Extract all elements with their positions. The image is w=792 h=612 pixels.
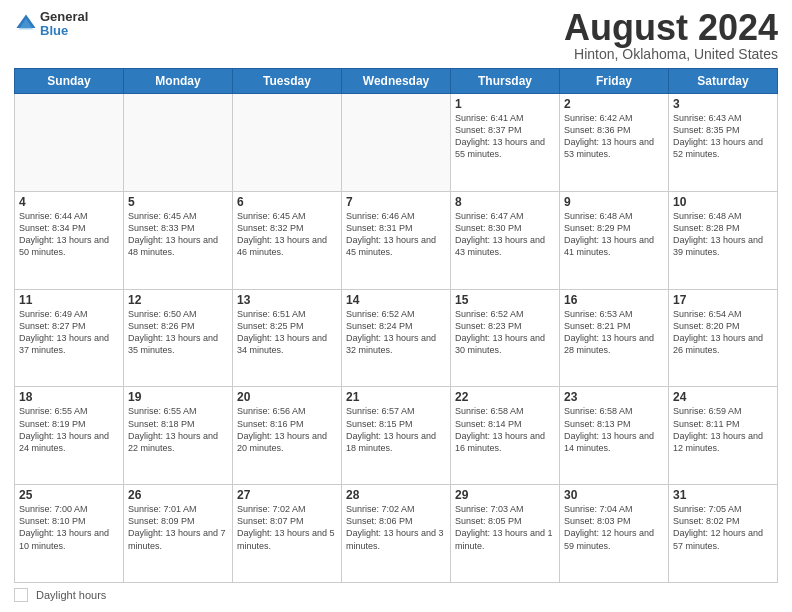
day-number: 22 xyxy=(455,390,555,404)
day-info: Sunrise: 6:54 AM Sunset: 8:20 PM Dayligh… xyxy=(673,308,773,357)
calendar-cell: 25Sunrise: 7:00 AM Sunset: 8:10 PM Dayli… xyxy=(15,485,124,583)
calendar-cell: 30Sunrise: 7:04 AM Sunset: 8:03 PM Dayli… xyxy=(560,485,669,583)
calendar-cell: 16Sunrise: 6:53 AM Sunset: 8:21 PM Dayli… xyxy=(560,289,669,387)
day-info: Sunrise: 7:02 AM Sunset: 8:06 PM Dayligh… xyxy=(346,503,446,552)
day-number: 6 xyxy=(237,195,337,209)
logo-icon xyxy=(14,12,38,36)
day-number: 26 xyxy=(128,488,228,502)
day-info: Sunrise: 7:05 AM Sunset: 8:02 PM Dayligh… xyxy=(673,503,773,552)
calendar-cell: 23Sunrise: 6:58 AM Sunset: 8:13 PM Dayli… xyxy=(560,387,669,485)
day-number: 28 xyxy=(346,488,446,502)
day-number: 7 xyxy=(346,195,446,209)
day-info: Sunrise: 6:45 AM Sunset: 8:32 PM Dayligh… xyxy=(237,210,337,259)
calendar-dow-tuesday: Tuesday xyxy=(233,69,342,94)
calendar-cell: 21Sunrise: 6:57 AM Sunset: 8:15 PM Dayli… xyxy=(342,387,451,485)
day-number: 21 xyxy=(346,390,446,404)
page: General Blue August 2024 Hinton, Oklahom… xyxy=(0,0,792,612)
day-number: 19 xyxy=(128,390,228,404)
day-number: 23 xyxy=(564,390,664,404)
calendar-cell: 4Sunrise: 6:44 AM Sunset: 8:34 PM Daylig… xyxy=(15,191,124,289)
day-number: 30 xyxy=(564,488,664,502)
calendar-cell: 24Sunrise: 6:59 AM Sunset: 8:11 PM Dayli… xyxy=(669,387,778,485)
calendar-week-3: 11Sunrise: 6:49 AM Sunset: 8:27 PM Dayli… xyxy=(15,289,778,387)
calendar-week-4: 18Sunrise: 6:55 AM Sunset: 8:19 PM Dayli… xyxy=(15,387,778,485)
logo: General Blue xyxy=(14,10,88,39)
title-section: August 2024 Hinton, Oklahoma, United Sta… xyxy=(564,10,778,62)
calendar-dow-friday: Friday xyxy=(560,69,669,94)
day-info: Sunrise: 6:48 AM Sunset: 8:29 PM Dayligh… xyxy=(564,210,664,259)
logo-text: General Blue xyxy=(40,10,88,39)
day-number: 3 xyxy=(673,97,773,111)
day-info: Sunrise: 7:04 AM Sunset: 8:03 PM Dayligh… xyxy=(564,503,664,552)
daylight-box xyxy=(14,588,28,602)
logo-general-text: General xyxy=(40,10,88,24)
day-info: Sunrise: 6:47 AM Sunset: 8:30 PM Dayligh… xyxy=(455,210,555,259)
day-info: Sunrise: 6:53 AM Sunset: 8:21 PM Dayligh… xyxy=(564,308,664,357)
day-info: Sunrise: 6:55 AM Sunset: 8:18 PM Dayligh… xyxy=(128,405,228,454)
calendar-cell: 27Sunrise: 7:02 AM Sunset: 8:07 PM Dayli… xyxy=(233,485,342,583)
day-info: Sunrise: 7:01 AM Sunset: 8:09 PM Dayligh… xyxy=(128,503,228,552)
day-number: 16 xyxy=(564,293,664,307)
day-info: Sunrise: 6:58 AM Sunset: 8:14 PM Dayligh… xyxy=(455,405,555,454)
day-number: 20 xyxy=(237,390,337,404)
day-info: Sunrise: 6:48 AM Sunset: 8:28 PM Dayligh… xyxy=(673,210,773,259)
day-number: 1 xyxy=(455,97,555,111)
calendar-cell xyxy=(124,94,233,192)
calendar-dow-sunday: Sunday xyxy=(15,69,124,94)
day-info: Sunrise: 6:43 AM Sunset: 8:35 PM Dayligh… xyxy=(673,112,773,161)
day-number: 13 xyxy=(237,293,337,307)
day-info: Sunrise: 7:03 AM Sunset: 8:05 PM Dayligh… xyxy=(455,503,555,552)
location: Hinton, Oklahoma, United States xyxy=(564,46,778,62)
day-info: Sunrise: 7:02 AM Sunset: 8:07 PM Dayligh… xyxy=(237,503,337,552)
calendar-dow-wednesday: Wednesday xyxy=(342,69,451,94)
calendar-week-1: 1Sunrise: 6:41 AM Sunset: 8:37 PM Daylig… xyxy=(15,94,778,192)
calendar-cell: 31Sunrise: 7:05 AM Sunset: 8:02 PM Dayli… xyxy=(669,485,778,583)
calendar-cell: 5Sunrise: 6:45 AM Sunset: 8:33 PM Daylig… xyxy=(124,191,233,289)
calendar-cell: 10Sunrise: 6:48 AM Sunset: 8:28 PM Dayli… xyxy=(669,191,778,289)
day-number: 25 xyxy=(19,488,119,502)
day-number: 9 xyxy=(564,195,664,209)
calendar-header-row: SundayMondayTuesdayWednesdayThursdayFrid… xyxy=(15,69,778,94)
calendar-cell: 15Sunrise: 6:52 AM Sunset: 8:23 PM Dayli… xyxy=(451,289,560,387)
day-info: Sunrise: 6:55 AM Sunset: 8:19 PM Dayligh… xyxy=(19,405,119,454)
header: General Blue August 2024 Hinton, Oklahom… xyxy=(14,10,778,62)
calendar-cell: 1Sunrise: 6:41 AM Sunset: 8:37 PM Daylig… xyxy=(451,94,560,192)
day-number: 18 xyxy=(19,390,119,404)
calendar-cell: 26Sunrise: 7:01 AM Sunset: 8:09 PM Dayli… xyxy=(124,485,233,583)
calendar-cell xyxy=(15,94,124,192)
logo-blue-text: Blue xyxy=(40,24,88,38)
day-number: 15 xyxy=(455,293,555,307)
day-number: 5 xyxy=(128,195,228,209)
day-number: 8 xyxy=(455,195,555,209)
calendar-cell: 8Sunrise: 6:47 AM Sunset: 8:30 PM Daylig… xyxy=(451,191,560,289)
day-info: Sunrise: 6:58 AM Sunset: 8:13 PM Dayligh… xyxy=(564,405,664,454)
calendar-cell xyxy=(342,94,451,192)
day-info: Sunrise: 6:57 AM Sunset: 8:15 PM Dayligh… xyxy=(346,405,446,454)
calendar-table: SundayMondayTuesdayWednesdayThursdayFrid… xyxy=(14,68,778,583)
calendar-week-5: 25Sunrise: 7:00 AM Sunset: 8:10 PM Dayli… xyxy=(15,485,778,583)
calendar-cell: 11Sunrise: 6:49 AM Sunset: 8:27 PM Dayli… xyxy=(15,289,124,387)
calendar-cell: 14Sunrise: 6:52 AM Sunset: 8:24 PM Dayli… xyxy=(342,289,451,387)
calendar-cell: 12Sunrise: 6:50 AM Sunset: 8:26 PM Dayli… xyxy=(124,289,233,387)
day-info: Sunrise: 6:45 AM Sunset: 8:33 PM Dayligh… xyxy=(128,210,228,259)
calendar-cell xyxy=(233,94,342,192)
day-number: 29 xyxy=(455,488,555,502)
day-info: Sunrise: 6:52 AM Sunset: 8:23 PM Dayligh… xyxy=(455,308,555,357)
day-number: 17 xyxy=(673,293,773,307)
calendar-cell: 6Sunrise: 6:45 AM Sunset: 8:32 PM Daylig… xyxy=(233,191,342,289)
calendar-cell: 2Sunrise: 6:42 AM Sunset: 8:36 PM Daylig… xyxy=(560,94,669,192)
day-number: 10 xyxy=(673,195,773,209)
calendar-cell: 19Sunrise: 6:55 AM Sunset: 8:18 PM Dayli… xyxy=(124,387,233,485)
day-number: 2 xyxy=(564,97,664,111)
month-title: August 2024 xyxy=(564,10,778,46)
calendar-dow-saturday: Saturday xyxy=(669,69,778,94)
daylight-label: Daylight hours xyxy=(36,589,106,601)
day-info: Sunrise: 6:56 AM Sunset: 8:16 PM Dayligh… xyxy=(237,405,337,454)
day-info: Sunrise: 6:42 AM Sunset: 8:36 PM Dayligh… xyxy=(564,112,664,161)
day-info: Sunrise: 6:44 AM Sunset: 8:34 PM Dayligh… xyxy=(19,210,119,259)
calendar-cell: 22Sunrise: 6:58 AM Sunset: 8:14 PM Dayli… xyxy=(451,387,560,485)
calendar-cell: 18Sunrise: 6:55 AM Sunset: 8:19 PM Dayli… xyxy=(15,387,124,485)
calendar-cell: 17Sunrise: 6:54 AM Sunset: 8:20 PM Dayli… xyxy=(669,289,778,387)
calendar-cell: 3Sunrise: 6:43 AM Sunset: 8:35 PM Daylig… xyxy=(669,94,778,192)
day-info: Sunrise: 6:52 AM Sunset: 8:24 PM Dayligh… xyxy=(346,308,446,357)
